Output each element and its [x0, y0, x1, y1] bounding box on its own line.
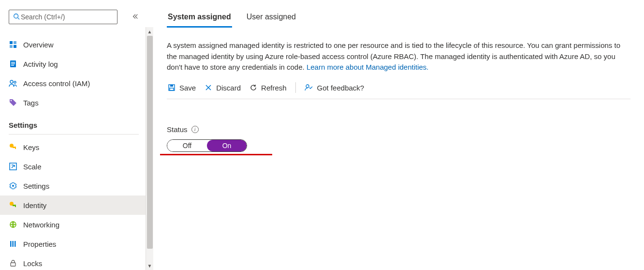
- svg-rect-26: [170, 85, 173, 87]
- save-button[interactable]: Save: [167, 82, 197, 94]
- annotation-underline: [160, 154, 272, 155]
- sidebar-item-label: Overview: [23, 41, 54, 49]
- sidebar-item-activity-log[interactable]: Activity log: [0, 54, 147, 74]
- svg-rect-5: [14, 45, 16, 48]
- tab-system-assigned[interactable]: System assigned: [167, 10, 232, 28]
- keys-icon: [9, 143, 17, 151]
- access-control-icon: [9, 79, 17, 87]
- sidebar-item-label: Networking: [23, 221, 59, 229]
- svg-point-10: [10, 80, 13, 83]
- sidebar-item-label: Scale: [23, 163, 42, 171]
- description-text: A system assigned managed identity is re…: [167, 40, 624, 73]
- activity-log-icon: [9, 60, 17, 68]
- sidebar-settings-nav: Keys Scale Settings Identity: [0, 137, 147, 270]
- svg-point-0: [14, 14, 18, 18]
- section-divider: [9, 134, 139, 135]
- app-root: Overview Activity log Ac: [0, 0, 644, 270]
- networking-icon: [9, 221, 17, 228]
- refresh-icon: [249, 84, 257, 91]
- refresh-label: Refresh: [261, 84, 287, 92]
- sidebar-item-locks[interactable]: Locks: [0, 254, 147, 270]
- svg-rect-22: [13, 241, 14, 247]
- tab-bar: System assigned User assigned: [167, 10, 630, 28]
- sidebar: Overview Activity log Ac: [0, 0, 147, 270]
- svg-line-1: [18, 17, 20, 19]
- sidebar-item-keys[interactable]: Keys: [0, 137, 147, 157]
- search-box[interactable]: [9, 10, 117, 24]
- svg-rect-19: [15, 206, 16, 207]
- sidebar-scrollbar[interactable]: ▲ ▼: [146, 27, 153, 270]
- scale-icon: [9, 163, 17, 170]
- sidebar-item-label: Activity log: [23, 60, 58, 68]
- svg-rect-27: [170, 88, 174, 90]
- save-label: Save: [179, 84, 196, 92]
- sidebar-item-scale[interactable]: Scale: [0, 157, 147, 176]
- search-icon: [13, 13, 20, 21]
- status-label: Status: [167, 125, 188, 134]
- learn-more-link[interactable]: Learn more about Managed identities.: [307, 63, 429, 71]
- svg-rect-4: [10, 45, 13, 48]
- svg-point-30: [306, 85, 309, 88]
- discard-label: Discard: [216, 84, 241, 92]
- main-panel: System assigned User assigned A system a…: [147, 0, 644, 270]
- svg-rect-15: [15, 148, 16, 149]
- svg-rect-8: [11, 63, 15, 64]
- scrollbar-thumb[interactable]: [147, 36, 153, 249]
- svg-rect-2: [10, 41, 13, 44]
- feedback-label: Got feedback?: [317, 84, 365, 92]
- toolbar-separator: [295, 82, 296, 93]
- tab-user-assigned[interactable]: User assigned: [246, 10, 297, 28]
- info-icon[interactable]: i: [191, 126, 199, 133]
- sidebar-item-label: Identity: [23, 201, 46, 210]
- properties-icon: [9, 240, 17, 248]
- status-toggle[interactable]: Off On: [167, 139, 247, 152]
- sidebar-item-networking[interactable]: Networking: [0, 215, 147, 234]
- feedback-button[interactable]: Got feedback?: [304, 82, 366, 94]
- svg-rect-9: [11, 65, 14, 66]
- svg-rect-7: [11, 62, 15, 63]
- sidebar-item-tags[interactable]: Tags: [0, 93, 147, 112]
- status-toggle-off[interactable]: Off: [167, 140, 207, 151]
- sidebar-item-label: Tags: [23, 99, 39, 107]
- search-input[interactable]: [20, 13, 113, 21]
- sidebar-section-settings: Settings: [0, 112, 147, 131]
- tags-icon: [9, 99, 17, 106]
- overview-icon: [9, 41, 17, 48]
- sidebar-header: [0, 10, 147, 24]
- status-toggle-on[interactable]: On: [207, 140, 247, 151]
- sidebar-item-label: Properties: [23, 240, 56, 248]
- svg-point-12: [11, 100, 12, 102]
- sidebar-item-identity[interactable]: Identity: [0, 195, 147, 215]
- discard-icon: [205, 84, 212, 91]
- locks-icon: [9, 259, 17, 267]
- scrollbar-up-icon[interactable]: ▲: [146, 27, 153, 36]
- svg-rect-21: [10, 241, 12, 247]
- sidebar-item-label: Locks: [23, 259, 42, 268]
- sidebar-item-access-control[interactable]: Access control (IAM): [0, 74, 147, 93]
- command-bar: Save Discard Refresh Got feedback?: [167, 82, 630, 99]
- sidebar-item-settings[interactable]: Settings: [0, 176, 147, 195]
- settings-icon: [9, 182, 17, 190]
- feedback-icon: [305, 84, 313, 91]
- identity-icon: [9, 201, 17, 209]
- scrollbar-down-icon[interactable]: ▼: [146, 261, 153, 270]
- svg-rect-24: [11, 263, 15, 266]
- status-section: Status i Off On: [167, 125, 630, 155]
- sidebar-item-label: Keys: [23, 143, 39, 151]
- sidebar-item-label: Access control (IAM): [23, 79, 90, 88]
- sidebar-item-label: Settings: [23, 182, 49, 190]
- svg-rect-3: [14, 41, 16, 44]
- status-label-row: Status i: [167, 125, 630, 134]
- refresh-button[interactable]: Refresh: [249, 82, 288, 94]
- sidebar-item-overview[interactable]: Overview: [0, 35, 147, 54]
- svg-point-11: [14, 81, 16, 83]
- svg-rect-23: [15, 241, 16, 247]
- save-icon: [168, 84, 176, 91]
- discard-button[interactable]: Discard: [204, 82, 242, 94]
- collapse-sidebar-button[interactable]: [132, 13, 139, 21]
- sidebar-top-nav: Overview Activity log Ac: [0, 35, 147, 112]
- sidebar-item-properties[interactable]: Properties: [0, 234, 147, 254]
